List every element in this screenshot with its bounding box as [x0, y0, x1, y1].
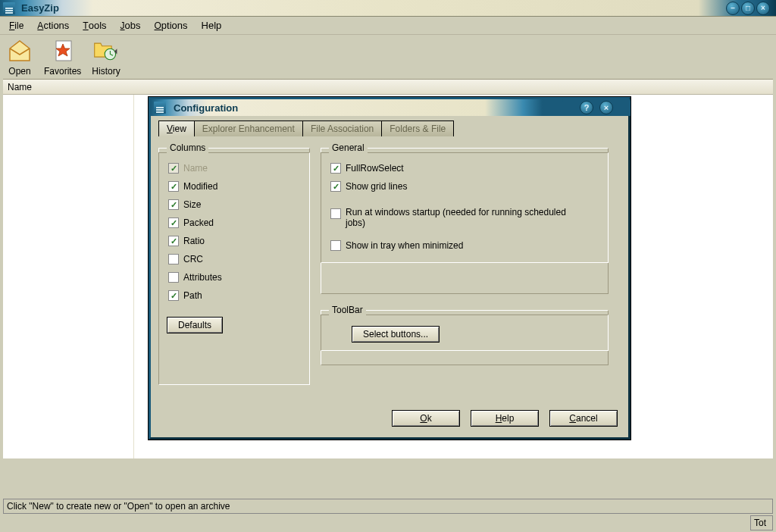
dialog-tabs: View Explorer Enhancement File Associati… [158, 120, 621, 136]
checkbox-attributes[interactable] [168, 272, 179, 283]
checkbox-name [168, 163, 179, 174]
dialog-title: Configuration [174, 102, 238, 114]
toolbar-open[interactable]: Open [6, 37, 33, 77]
checkbox-crc[interactable] [168, 254, 179, 264]
status-bar-right: Tot [750, 515, 773, 530]
checkbox-ratio-label: Ratio [183, 236, 205, 246]
defaults-button[interactable]: Defaults [167, 317, 223, 333]
menu-help[interactable]: Help [202, 20, 222, 31]
dialog-close-button[interactable]: × [599, 101, 613, 114]
toolbar-open-label: Open [8, 66, 30, 77]
checkbox-run-at-startup-label: Run at windows startup (needed for runni… [346, 207, 588, 228]
dialog-icon [154, 102, 166, 114]
checkbox-size[interactable] [168, 199, 179, 210]
menu-file[interactable]: File [9, 20, 23, 31]
checkbox-modified[interactable] [168, 181, 179, 192]
toolbar-history-label: History [92, 66, 120, 77]
group-columns: Columns Name Modified Size Packed Ratio … [158, 142, 310, 385]
tab-file-association[interactable]: File Association [302, 120, 381, 136]
menu-jobs[interactable]: Jobs [120, 20, 141, 31]
checkbox-show-in-tray[interactable] [330, 240, 341, 251]
checkbox-gridlines[interactable] [330, 181, 341, 192]
toolbar-history[interactable]: History [92, 37, 120, 77]
menu-actions[interactable]: Actions [37, 20, 69, 31]
select-buttons-button[interactable]: Select buttons... [352, 326, 440, 343]
checkbox-ratio[interactable] [168, 236, 179, 246]
checkbox-attributes-label: Attributes [183, 272, 222, 283]
group-toolbar: ToolBar Select buttons... [321, 305, 609, 365]
ok-button[interactable]: Ok [392, 410, 460, 427]
dialog-titlebar: Configuration ? × [151, 99, 628, 116]
toolbar: Open Favorites History [0, 35, 776, 79]
minimize-button[interactable]: – [726, 2, 740, 15]
checkbox-path[interactable] [168, 290, 179, 301]
maximize-button[interactable]: □ [741, 2, 755, 15]
menu-options[interactable]: Options [155, 20, 188, 31]
app-icon [3, 2, 15, 14]
checkbox-fullrowselect-label: FullRowSelect [346, 163, 404, 174]
group-general: General FullRowSelect Show grid lines Ru… [321, 142, 609, 294]
folder-clock-icon [92, 37, 120, 64]
group-columns-legend: Columns [167, 142, 208, 153]
file-star-icon [49, 37, 77, 64]
checkbox-packed[interactable] [168, 217, 179, 228]
toolbar-favorites-label: Favorites [44, 66, 81, 77]
checkbox-gridlines-label: Show grid lines [346, 181, 407, 192]
checkbox-show-in-tray-label: Show in tray when minimized [346, 240, 463, 251]
envelope-open-icon [6, 37, 33, 64]
help-button[interactable]: Help [471, 410, 539, 427]
checkbox-name-label: Name [183, 163, 208, 174]
menu-tools[interactable]: Tools [83, 20, 106, 31]
checkbox-modified-label: Modified [183, 181, 217, 192]
main-titlebar: EasyZip – □ × [0, 0, 776, 17]
configuration-dialog: Configuration ? × View Explorer Enhancem… [149, 97, 630, 440]
group-general-legend: General [329, 142, 368, 153]
close-button[interactable]: × [756, 2, 770, 15]
checkbox-run-at-startup[interactable] [330, 208, 341, 219]
cancel-button[interactable]: Cancel [549, 410, 618, 427]
toolbar-favorites[interactable]: Favorites [44, 37, 81, 77]
checkbox-path-label: Path [183, 290, 202, 301]
checkbox-crc-label: CRC [183, 254, 203, 264]
dialog-help-button[interactable]: ? [580, 101, 593, 114]
tab-explorer-enhancement[interactable]: Explorer Enhancement [194, 120, 302, 136]
checkbox-packed-label: Packed [183, 217, 214, 228]
list-header-name[interactable]: Name [3, 80, 773, 95]
group-toolbar-legend: ToolBar [329, 305, 366, 315]
tab-folders-file[interactable]: Folders & File [381, 120, 454, 136]
status-bar: Click "New" to create new or "Open" to o… [3, 499, 773, 514]
menubar: File Actions Tools Jobs Options Help [0, 17, 776, 35]
checkbox-size-label: Size [183, 199, 201, 210]
window-title: EasyZip [21, 2, 59, 14]
tab-view[interactable]: View [158, 120, 194, 136]
checkbox-fullrowselect[interactable] [330, 163, 341, 174]
